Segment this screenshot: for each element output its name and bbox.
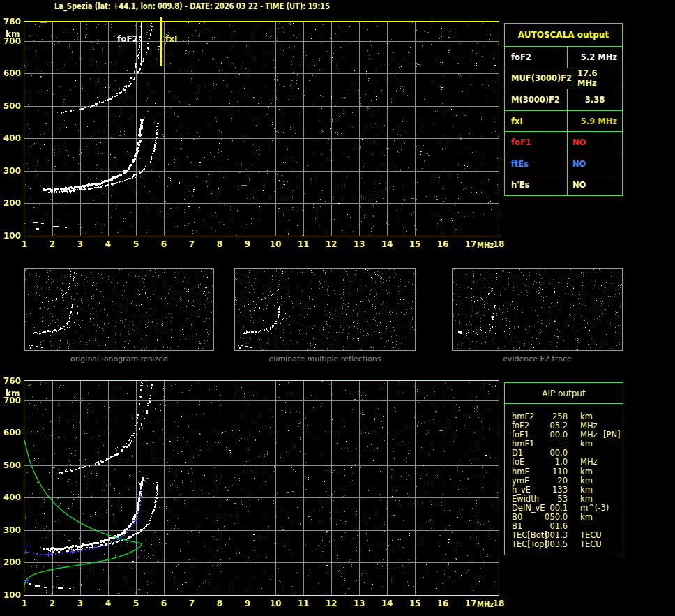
aip-row-unit: MHz [580,421,598,430]
x-tick-label: 5 [128,599,144,608]
x-tick-label: 15 [407,599,423,608]
aip-row-unit: km [580,467,593,476]
aip-row-name: B0 [512,513,522,522]
aip-row-value: 01.6 [531,522,568,531]
aip-row-value: 050.0 [531,513,568,522]
aip-row-value: 133 [531,486,568,495]
aip-row-unit: km [580,486,593,495]
autoscala-table-row: MUF(3000)F217.6 MHz [505,68,622,89]
bottom-ionogram-canvas [24,381,499,595]
autoscala-table-row: foF25.2 MHz [505,46,622,68]
thumbnail-caption: evidence F2 trace [452,354,623,363]
aip-row-unit: TECU [580,531,602,540]
x-tick-label: 6 [156,239,172,249]
y-tick-label: 760 [0,17,21,27]
aip-row-note: [PN] [603,430,621,440]
y-tick-label: 300 [0,166,21,176]
fxi-marker-label: fxI [165,34,177,44]
autoscala-table-row: fxI5.9 MHz [505,110,622,132]
aip-table-row: TEC[Top]003.5TECU [505,540,623,549]
y-tick-label: 500 [0,101,21,111]
thumbnail-eliminate-reflections [234,268,416,351]
aip-row-value: 20 [531,476,568,486]
autoscala-row-value: 5.2 MHz [568,47,622,68]
autoscala-row-label: MUF(3000)F2 [505,68,572,89]
aip-table-row: Ewidth53km [505,495,623,504]
autoscala-output-table: AUTOSCALA output foF25.2 MHzMUF(3000)F21… [504,23,623,196]
aip-row-value: 53 [531,495,568,504]
aip-row-unit: MHz [580,458,598,467]
x-tick-label: 12 [323,239,340,249]
x-tick-label: 2 [44,599,61,608]
x-tick-label: 5 [128,239,144,249]
aip-row-value: 003.5 [531,540,568,549]
autoscala-row-label: foF2 [505,47,568,68]
aip-row-value: 00.0 [531,430,568,440]
y-tick-label: 400 [0,493,21,502]
fof2-marker-label: foF2 [84,34,138,44]
x-tick-label: 8 [211,599,228,608]
aip-row-value: 00.1 [531,504,568,513]
aip-table-rows: hmF2258kmfoF205.2MHzfoF100.0MHz[PN]hmF1-… [505,412,623,549]
aip-row-value: 05.2 [531,421,568,430]
km-unit-label: km [6,29,20,39]
aip-row-value: 001.3 [531,531,568,540]
aip-row-name: h_vE [512,486,531,495]
mhz-unit-label: MHz [477,601,494,608]
aip-table-row: foE1.0MHz [505,458,623,467]
aip-row-unit: km [580,440,593,449]
x-tick-label: 1 [16,239,33,249]
x-tick-label: 3 [72,239,89,249]
aip-row-value: 110 [531,467,568,476]
aip-row-value: 1.0 [531,458,568,467]
aip-row-name: foE [512,458,524,467]
x-tick-label: 4 [100,599,116,608]
x-tick-label: 11 [295,599,312,608]
autoscala-table-header: AUTOSCALA output [505,24,622,46]
x-tick-label: 10 [267,599,284,608]
page-title: La_Spezia (lat: +44.1, lon: 009.8) - DAT… [54,1,330,11]
x-tick-label: 1 [16,599,33,608]
x-tick-label: 14 [379,239,395,249]
y-tick-label: 100 [0,231,21,241]
y-tick-label: 100 [0,590,21,600]
bottom-ionogram-plot [24,380,499,596]
aip-row-name: hmE [512,467,530,476]
autoscala-table-row: h'EsNO [505,174,622,195]
aip-row-unit: km [580,476,593,486]
aip-table-row: ymE20km [505,476,623,486]
autoscala-row-value: NO [568,132,622,153]
x-tick-label: 3 [72,599,89,608]
thumbnail-original-ionogram [24,268,214,351]
autoscala-row-value: 5.9 MHz [568,111,622,132]
autoscala-row-label: M(3000)F2 [505,89,568,110]
autoscala-row-label: ftEs [505,153,568,174]
aip-table-row: hmE110km [505,467,623,476]
aip-row-name: B1 [512,522,522,531]
thumbnail-canvas [453,269,622,350]
x-tick-label: 4 [100,239,116,249]
x-tick-label: 14 [379,599,395,608]
thumbnail-caption: eliminate multiple reflections [234,354,416,363]
y-tick-label: 600 [0,68,21,78]
km-unit-label: km [6,389,20,398]
aip-row-unit: km [580,513,593,522]
x-tick-label: 7 [183,599,200,608]
x-tick-label: 6 [156,599,172,608]
aip-row-name: foF1 [512,430,529,440]
aip-row-name: ymE [512,476,529,486]
autoscala-table-row: ftEsNO [505,153,622,174]
aip-row-unit: km [580,495,593,504]
x-tick-label: 15 [407,239,423,249]
fxi-marker-line [160,17,162,66]
aip-row-value: 258 [531,412,568,421]
aip-row-name: foF2 [512,421,529,430]
y-tick-label: 500 [0,460,21,470]
x-tick-label: 12 [323,599,340,608]
autoscala-table-row: M(3000)F23.38 [505,89,622,110]
aip-row-unit: MHz [580,430,598,440]
autoscala-row-label: fxI [505,111,568,132]
top-ionogram-canvas [24,22,499,236]
fof2-marker-line [141,22,142,66]
aip-row-value: 00.0 [531,449,568,458]
